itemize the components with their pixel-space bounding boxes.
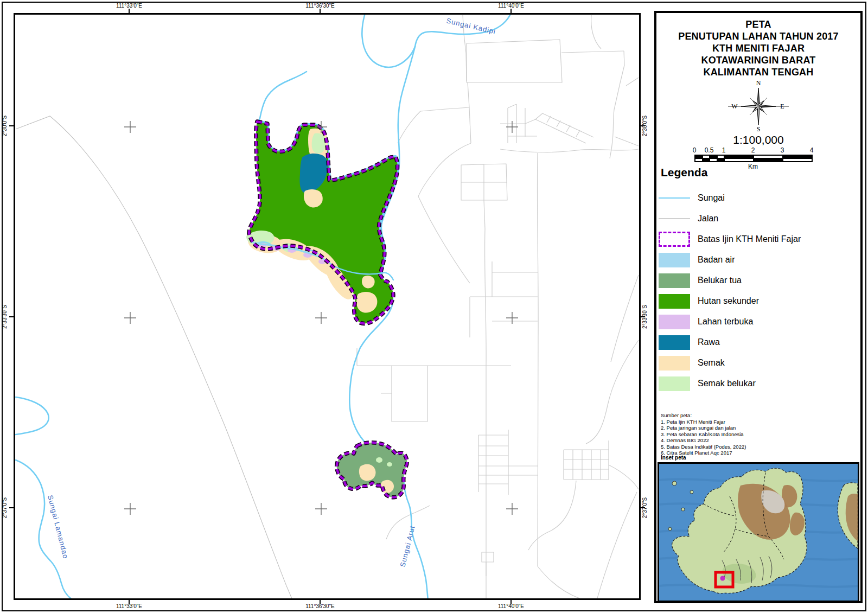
river-north bbox=[362, 15, 415, 67]
graticule-tick bbox=[9, 507, 14, 508]
legend-label: Rawa bbox=[698, 337, 720, 347]
scale-bar-cell bbox=[710, 158, 717, 162]
graticule-x-label: 111°36'30"E bbox=[282, 3, 358, 9]
scale-bar-cell bbox=[695, 158, 703, 162]
legend-swatch bbox=[659, 356, 690, 371]
scale-bar-cell bbox=[754, 158, 783, 162]
fill-icon bbox=[659, 376, 690, 391]
legend-swatch bbox=[659, 335, 690, 350]
scale-bar-row bbox=[695, 158, 812, 162]
compass-e-label: E bbox=[780, 103, 784, 110]
main-map-canvas: Sungai Kadipi Sungai Lamandao Sungai Aru… bbox=[15, 15, 639, 598]
compass-rose-icon: N E S W bbox=[725, 79, 792, 133]
legend-label: Sungai bbox=[698, 193, 725, 203]
graticule-tick bbox=[9, 316, 14, 317]
sources-item: 5. Batas Desa Indikatif (Podes, 2022) bbox=[661, 444, 746, 450]
graticule-x-label: 111°40'0"E bbox=[473, 3, 549, 9]
legend-line bbox=[659, 197, 690, 199]
legend-row: Jalan bbox=[659, 208, 858, 229]
legend-row: Hutan sekunder bbox=[659, 291, 858, 311]
fill-icon bbox=[659, 335, 690, 350]
scale-bar-label: 0 bbox=[693, 146, 697, 154]
river-lamandao bbox=[16, 460, 75, 598]
scale-bar-labels: 00.51234 bbox=[694, 146, 812, 155]
legend-row: Rawa bbox=[659, 332, 858, 353]
compass-s-label: S bbox=[757, 125, 761, 133]
legend-swatch bbox=[659, 294, 690, 309]
legend-heading: Legenda bbox=[661, 166, 707, 179]
scale-bar-label: 1 bbox=[722, 146, 726, 154]
scale-bar-label: 3 bbox=[781, 146, 784, 154]
inset-map-canvas bbox=[659, 464, 858, 601]
map-layout-page: Sungai Kadipi Sungai Lamandao Sungai Aru… bbox=[0, 0, 868, 613]
inset-kth-dot bbox=[720, 576, 725, 581]
scale-bar-unit: Km bbox=[694, 163, 812, 170]
legend-label: Jalan bbox=[698, 214, 718, 224]
legend-row: Sungai bbox=[659, 188, 858, 208]
legend-label: Semak bbox=[698, 358, 725, 368]
legend-swatch bbox=[659, 315, 690, 329]
scale-bar-label: 2 bbox=[751, 146, 755, 154]
graticule-tick bbox=[320, 9, 321, 13]
graticule-tick bbox=[510, 600, 512, 604]
sources-item: 1. Peta Ijin KTH Meniti Fajar bbox=[661, 419, 746, 425]
main-map-frame: Sungai Kadipi Sungai Lamandao Sungai Aru… bbox=[14, 13, 641, 600]
fill-icon bbox=[659, 273, 690, 288]
scale-bar-cell bbox=[717, 158, 725, 162]
inset-map bbox=[658, 462, 859, 602]
legend-dashed-outline bbox=[659, 232, 690, 247]
legend-label: Semak belukar bbox=[698, 379, 756, 388]
map-sources: Sumber peta:1. Peta Ijin KTH Meniti Faja… bbox=[661, 412, 746, 456]
scale-ratio: 1:100,000 bbox=[656, 133, 860, 146]
legend-swatch bbox=[659, 253, 690, 267]
legend-label: Lahan terbuka bbox=[698, 317, 753, 327]
scale-bar: 00.51234 Km bbox=[694, 146, 812, 170]
info-panel: PETAPENUTUPAN LAHAN TAHUN 2017KTH MENITI… bbox=[654, 11, 863, 603]
legend-row: Batas Ijin KTH Meniti Fajar bbox=[659, 229, 858, 250]
graticule-tick bbox=[9, 125, 14, 126]
scale-bar-label: 0.5 bbox=[705, 146, 714, 154]
legend-items: SungaiJalanBatas Ijin KTH Meniti FajarBa… bbox=[659, 188, 858, 394]
graticule-tick bbox=[641, 316, 645, 317]
fill-icon bbox=[659, 253, 690, 267]
sources-item: 4. Demnas BIG 2022 bbox=[661, 437, 746, 444]
sources-item: 2. Peta jaringan sungai dan jalan bbox=[661, 425, 746, 431]
graticule-tick bbox=[641, 507, 645, 508]
legend-label: Belukar tua bbox=[698, 276, 742, 285]
road-line-icon bbox=[659, 218, 690, 219]
sources-item: 3. Peta sebaran Kab/Kota Indonesia bbox=[661, 431, 746, 438]
map-title-line: KTH MENITI FAJAR bbox=[656, 42, 860, 54]
legend-row: Semak bbox=[659, 353, 858, 373]
graticule-tick bbox=[129, 600, 130, 604]
river-label-arut: Sungai Arut bbox=[398, 525, 416, 568]
legend-swatch bbox=[659, 376, 690, 391]
river-nw-stream bbox=[258, 72, 307, 123]
map-title: PETAPENUTUPAN LAHAN TAHUN 2017KTH MENITI… bbox=[656, 18, 860, 78]
river-labels: Sungai Kadipi Sungai Lamandao Sungai Aru… bbox=[46, 16, 496, 567]
graticule-y-label: 2°37'0"S bbox=[2, 489, 9, 527]
river-line-icon bbox=[659, 197, 690, 199]
legend-label: Hutan sekunder bbox=[698, 296, 759, 306]
scale-bar-graphic bbox=[694, 155, 813, 162]
map-title-line: KOTAWARINGIN BARAT bbox=[656, 54, 860, 66]
dashed-outline-icon bbox=[659, 232, 690, 247]
graticule-tick bbox=[320, 600, 321, 604]
graticule-x-label: 111°33'0"E bbox=[91, 3, 167, 9]
inset-heading: Inset peta bbox=[661, 455, 686, 461]
map-title-line: PENUTUPAN LAHAN TAHUN 2017 bbox=[656, 30, 860, 42]
sources-heading: Sumber peta: bbox=[661, 412, 746, 419]
scale-bar-cell bbox=[724, 158, 754, 162]
map-title-line: KALIMANTAN TENGAH bbox=[656, 66, 860, 78]
fill-icon bbox=[659, 356, 690, 371]
graticule-tick bbox=[510, 9, 512, 13]
fill-icon bbox=[659, 294, 690, 309]
river-label-lamandao: Sungai Lamandao bbox=[46, 494, 70, 560]
river-label-kadipi: Sungai Kadipi bbox=[445, 16, 496, 36]
fill-icon bbox=[659, 315, 690, 329]
graticule-y-label: 2°30'0"S bbox=[2, 107, 9, 145]
map-title-line: PETA bbox=[656, 18, 860, 30]
compass-w-label: W bbox=[731, 103, 738, 110]
legend-row: Lahan terbuka bbox=[659, 311, 858, 332]
scale-bar-cell bbox=[703, 158, 710, 162]
legend-label: Batas Ijin KTH Meniti Fajar bbox=[698, 234, 801, 244]
